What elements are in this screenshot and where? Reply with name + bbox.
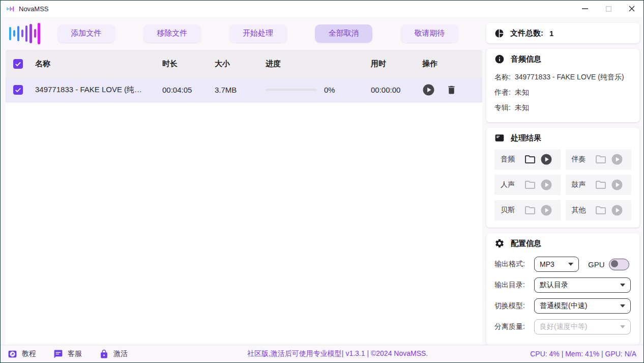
app-logo-icon (7, 5, 15, 13)
chevron-down-icon (620, 284, 625, 287)
result-label: 伴奏 (572, 155, 593, 164)
table-header-row: 名称 时长 大小 进度 用时 操作 (6, 50, 482, 78)
file-count-card: 文件总数: 1 (486, 23, 639, 43)
model-value: 普通模型(中速) (540, 301, 587, 311)
model-row: 切换模型: 普通模型(中速) (494, 298, 631, 314)
system-stats: CPU: 4% | Mem: 41% | GPU: N/A (530, 350, 636, 358)
file-count-value: 1 (549, 29, 553, 38)
result-item-other: 其他 (566, 200, 632, 220)
table-row[interactable]: 349771833 - FAKE LOVE (纯… 00:04:05 3.7MB… (6, 78, 482, 102)
quality-value: 良好(速度中等) (540, 322, 587, 331)
album-label: 专辑: (494, 100, 511, 115)
audio-info-title: 音频信息 (511, 54, 541, 64)
output-format-value: MP3 (540, 260, 554, 268)
row-checkbox[interactable] (13, 85, 23, 95)
close-button[interactable] (620, 1, 643, 17)
output-dir-select[interactable]: 默认目录 (534, 277, 631, 293)
row-size: 3.7MB (210, 86, 260, 94)
result-label: 人声 (501, 180, 522, 189)
album-value: 未知 (515, 100, 529, 115)
folder-icon[interactable] (524, 153, 536, 165)
select-all-checkbox[interactable] (13, 59, 23, 69)
info-icon (494, 54, 505, 64)
minimize-icon (582, 6, 588, 12)
folder-icon[interactable] (524, 179, 536, 191)
results-card: 处理结果 音频 伴奏 人声 (486, 128, 639, 228)
window-controls (573, 1, 643, 17)
delete-button[interactable] (446, 85, 457, 95)
progress-bar (266, 89, 317, 91)
row-duration: 00:04:05 (157, 86, 210, 94)
activate-link[interactable]: 激活 (99, 349, 128, 359)
header-actions: 操作 (417, 59, 482, 69)
play-circle-icon[interactable] (540, 179, 552, 191)
name-label: 名称: (494, 69, 511, 85)
cancel-all-button[interactable]: 全部取消 (315, 24, 372, 43)
quality-label: 分离质量: (494, 322, 531, 331)
audio-info-artist-row: 作者: 未知 (494, 85, 631, 100)
result-label: 其他 (572, 206, 593, 215)
result-item-vocals: 人声 (494, 175, 561, 195)
chevron-down-icon (620, 325, 625, 328)
audio-info-card: 音频信息 名称: 349771833 - FAKE LOVE (纯音乐) 作者:… (486, 49, 639, 122)
config-card: 配置信息 输出格式: MP3 GPU (486, 233, 639, 345)
header-progress: 进度 (260, 59, 366, 69)
folder-icon[interactable] (595, 204, 607, 216)
gpu-toggle[interactable] (609, 259, 629, 270)
minimize-button[interactable] (573, 1, 597, 17)
chat-icon (53, 349, 63, 359)
folder-icon[interactable] (524, 204, 536, 216)
play-circle-icon[interactable] (611, 179, 623, 191)
check-icon (15, 61, 21, 67)
window-title: NovaMSS (19, 5, 49, 13)
coming-soon-button[interactable]: 敬请期待 (401, 24, 458, 43)
tutorial-label: 教程 (22, 349, 36, 358)
artist-label: 作者: (494, 85, 511, 100)
folder-icon[interactable] (595, 179, 607, 191)
start-processing-button[interactable]: 开始处理 (229, 24, 287, 43)
waveform-logo (8, 22, 41, 45)
audio-info-album-row: 专辑: 未知 (494, 100, 631, 115)
gear-icon (494, 238, 505, 248)
toolbar: 添加文件 移除文件 开始处理 全部取消 敬请期待 (1, 17, 482, 50)
audio-info-name-row: 名称: 349771833 - FAKE LOVE (纯音乐) (494, 69, 631, 85)
status-bar: 教程 客服 激活 社区版,激活后可使用专业模型| v1.3.1 | ©2024 … (1, 345, 643, 362)
maximize-button[interactable] (597, 1, 620, 17)
play-circle-icon[interactable] (611, 204, 623, 216)
output-format-select[interactable]: MP3 (534, 257, 579, 272)
play-circle-icon[interactable] (540, 204, 552, 216)
folder-icon[interactable] (595, 153, 607, 165)
close-icon (629, 6, 635, 12)
output-format-label: 输出格式: (494, 260, 531, 269)
result-item-accompaniment: 伴奏 (566, 149, 632, 170)
header-duration: 时长 (157, 59, 210, 69)
add-files-button[interactable]: 添加文件 (57, 24, 115, 43)
chevron-down-icon (620, 304, 625, 308)
config-title: 配置信息 (511, 239, 541, 248)
header-size: 大小 (210, 59, 260, 69)
support-link[interactable]: 客服 (53, 349, 82, 359)
tutorial-link[interactable]: 教程 (8, 349, 36, 359)
quality-select: 良好(速度中等) (534, 319, 631, 334)
play-circle-icon[interactable] (540, 153, 552, 165)
lock-icon (99, 349, 109, 359)
results-grid: 音频 伴奏 人声 鼓声 (494, 149, 631, 222)
app-window: NovaMSS (0, 0, 644, 363)
model-select[interactable]: 普通模型(中速) (534, 298, 631, 314)
results-title: 处理结果 (511, 133, 541, 143)
tutorial-icon (8, 349, 17, 359)
header-name: 名称 (30, 59, 157, 69)
check-icon (15, 87, 21, 93)
gpu-toggle-knob (611, 260, 618, 267)
support-label: 客服 (68, 349, 82, 358)
left-column: 添加文件 移除文件 开始处理 全部取消 敬请期待 名称 时长 (1, 17, 482, 345)
file-table: 名称 时长 大小 进度 用时 操作 349771833 - FAKE LOVE … (6, 50, 482, 345)
remove-files-button[interactable]: 移除文件 (143, 24, 201, 43)
play-circle-icon[interactable] (611, 153, 623, 165)
model-label: 切换模型: (494, 301, 531, 311)
result-item-audio: 音频 (494, 149, 561, 170)
title-bar: NovaMSS (1, 1, 643, 17)
play-button[interactable] (422, 83, 435, 96)
quality-row: 分离质量: 良好(速度中等) (494, 319, 631, 334)
pie-chart-icon (494, 29, 504, 38)
